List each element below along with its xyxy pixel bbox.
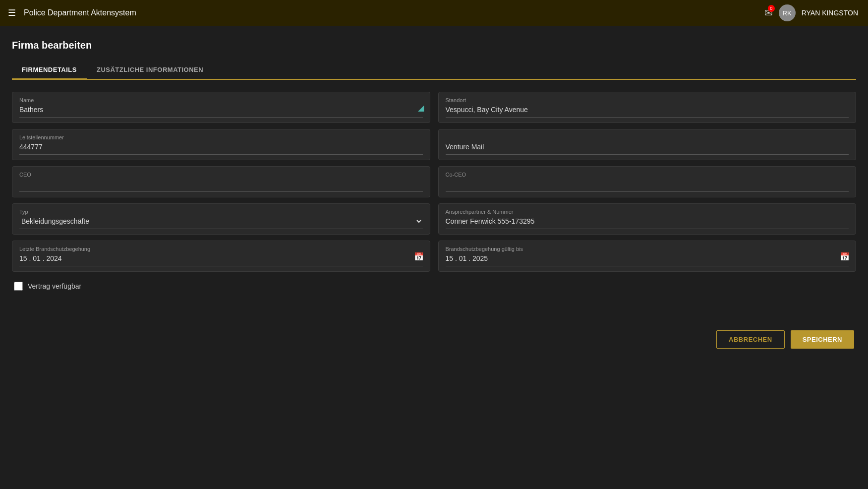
ceo-label: CEO	[19, 172, 423, 178]
name-field: Name ◢	[12, 92, 430, 123]
app-title: Police Department Aktensystem	[24, 8, 136, 17]
coceo-field: Co-CEO	[438, 166, 857, 197]
venture-label	[446, 134, 849, 140]
letzte-brand-label: Letzte Brandschutzbegehung	[19, 246, 423, 252]
tab-zusaetzliche[interactable]: ZUSÄTZLICHE INFORMATIONEN	[87, 61, 213, 79]
venture-field	[438, 129, 857, 160]
leitstelle-input[interactable]	[19, 143, 423, 151]
calendar-icon-2[interactable]: 📅	[840, 251, 850, 261]
vertrag-label: Vertrag verfügbar	[28, 282, 81, 290]
mail-badge: 0	[768, 5, 775, 12]
typ-label: Typ	[19, 209, 423, 215]
coceo-input[interactable]	[446, 180, 849, 188]
standort-field: Standort	[438, 92, 857, 123]
cancel-button[interactable]: ABBRECHEN	[716, 330, 785, 349]
name-label: Name	[19, 97, 423, 103]
ceo-input[interactable]	[19, 180, 423, 188]
ansprechpartner-field: Ansprechpartner & Nummer	[438, 203, 857, 235]
brand-gueltig-field: Brandschutzbegehung gültig bis 📅	[438, 241, 857, 272]
topbar: ☰ Police Department Aktensystem ✉ 0 RK R…	[0, 0, 868, 26]
mail-button[interactable]: ✉ 0	[764, 7, 773, 19]
action-buttons: ABBRECHEN SPEICHERN	[12, 330, 856, 349]
brand-gueltig-label: Brandschutzbegehung gültig bis	[446, 246, 849, 252]
tab-firmendetails[interactable]: FIRMENDETAILS	[12, 61, 87, 80]
form-row-4: Typ Bekleidungsgeschäfte Ansprechpartner…	[12, 203, 856, 235]
letzte-brand-field: Letzte Brandschutzbegehung 📅	[12, 241, 430, 272]
ansprechpartner-label: Ansprechpartner & Nummer	[446, 209, 849, 215]
ceo-field: CEO	[12, 166, 430, 197]
leitstelle-label: Leitstellennummer	[19, 134, 423, 140]
avatar[interactable]: RK	[779, 4, 796, 21]
page-title: Firma bearbeiten	[12, 40, 856, 51]
vertrag-row: Vertrag verfügbar	[12, 282, 856, 291]
form-row-2: Leitstellennummer	[12, 129, 856, 160]
main-content: Firma bearbeiten FIRMENDETAILS ZUSÄTZLIC…	[0, 26, 868, 489]
typ-select[interactable]: Bekleidungsgeschäfte	[19, 217, 423, 226]
user-name[interactable]: RYAN KINGSTON	[802, 9, 858, 17]
menu-icon[interactable]: ☰	[8, 7, 16, 18]
tabs-bar: FIRMENDETAILS ZUSÄTZLICHE INFORMATIONEN	[12, 61, 856, 80]
coceo-label: Co-CEO	[446, 172, 849, 178]
save-button[interactable]: SPEICHERN	[791, 330, 854, 349]
vertrag-checkbox[interactable]	[14, 282, 23, 291]
brand-icon: ◢	[418, 103, 424, 112]
form-row-1: Name ◢ Standort	[12, 92, 856, 123]
standort-label: Standort	[446, 97, 849, 103]
name-input[interactable]	[19, 106, 423, 114]
form-row-3: CEO Co-CEO	[12, 166, 856, 197]
leitstelle-field: Leitstellennummer	[12, 129, 430, 160]
letzte-brand-input[interactable]	[19, 254, 423, 262]
form-row-5: Letzte Brandschutzbegehung 📅 Brandschutz…	[12, 241, 856, 272]
calendar-icon-1[interactable]: 📅	[414, 251, 424, 261]
standort-input[interactable]	[446, 106, 849, 114]
topbar-right: ✉ 0 RK RYAN KINGSTON	[764, 4, 858, 21]
ansprechpartner-input[interactable]	[446, 217, 849, 225]
brand-gueltig-input[interactable]	[446, 254, 849, 262]
venture-input[interactable]	[446, 143, 849, 151]
typ-field: Typ Bekleidungsgeschäfte	[12, 203, 430, 235]
